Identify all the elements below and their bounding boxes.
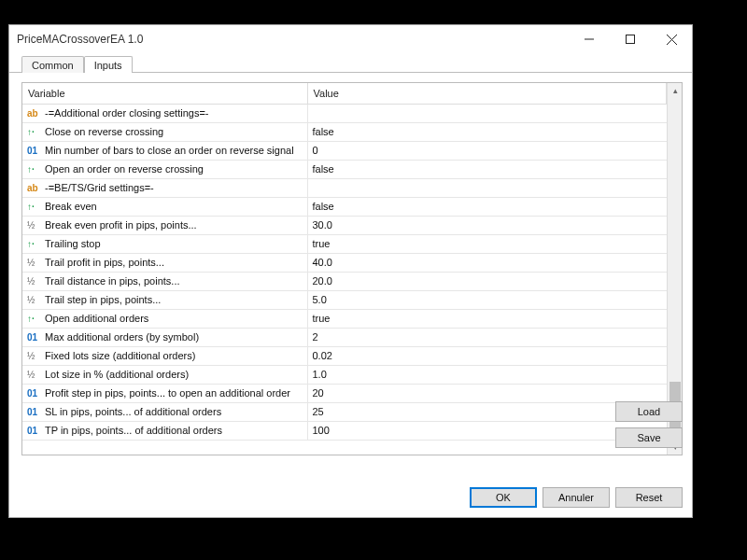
table-row[interactable]: 01SL in pips, points... of additional or… [22, 402, 667, 421]
variable-name: -=Additional order closing settings=- [45, 107, 208, 119]
frac-icon: ½ [27, 295, 40, 305]
table-row[interactable]: ab-=BE/TS/Grid settings=- [22, 178, 667, 197]
save-button[interactable]: Save [615, 427, 683, 448]
variable-cell[interactable]: ½Trail step in pips, points... [22, 290, 307, 309]
frac-icon: ½ [27, 276, 40, 287]
variable-cell[interactable]: ½Trail profit in pips, points... [22, 253, 307, 272]
col-variable[interactable]: Variable [22, 83, 307, 104]
value-cell[interactable]: true [307, 234, 667, 253]
value-cell[interactable]: true [307, 309, 667, 328]
tab-content: Variable Value ab-=Additional order clos… [9, 73, 692, 455]
table-row[interactable]: ½Lot size in % (additional orders)1.0 [22, 365, 667, 384]
frac-icon: ½ [27, 351, 40, 361]
table-row[interactable]: ↑∙Trailing stoptrue [22, 234, 667, 253]
variable-cell[interactable]: ↑∙Open additional orders [22, 309, 307, 328]
variable-cell[interactable]: ↑∙Break even [22, 197, 307, 216]
value-cell[interactable]: 1.0 [307, 365, 667, 384]
parameters-grid[interactable]: Variable Value ab-=Additional order clos… [22, 83, 667, 455]
value-cell[interactable]: 20 [307, 384, 667, 402]
table-row[interactable]: ↑∙Break evenfalse [22, 197, 667, 216]
value-cell[interactable]: 2 [307, 328, 667, 346]
value-cell[interactable]: 5.0 [307, 290, 667, 309]
tab-strip: Common Inputs [9, 53, 692, 73]
value-cell[interactable]: false [307, 160, 667, 178]
value-cell[interactable]: 40.0 [307, 253, 667, 272]
value-cell[interactable]: false [307, 197, 667, 216]
variable-cell[interactable]: ↑∙Open an order on reverse crossing [22, 160, 307, 178]
table-row[interactable]: 01TP in pips, points... of additional or… [22, 421, 667, 440]
variable-name: Min number of bars to close an order on … [45, 145, 294, 156]
variable-cell[interactable]: 01Min number of bars to close an order o… [22, 141, 307, 160]
variable-name: Close on reverse crossing [45, 126, 163, 137]
variable-cell[interactable]: ↑∙Close on reverse crossing [22, 122, 307, 141]
col-value[interactable]: Value [307, 83, 667, 104]
tab-inputs[interactable]: Inputs [84, 56, 133, 73]
value-cell[interactable]: 0.02 [307, 346, 667, 365]
ok-button[interactable]: OK [470, 487, 537, 508]
variable-name: Fixed lots size (additional orders) [45, 350, 195, 361]
table-row[interactable]: 01Profit step in pips, points... to open… [22, 384, 667, 402]
reset-button[interactable]: Reset [615, 487, 683, 508]
value-cell[interactable] [307, 178, 667, 197]
value-cell[interactable] [307, 104, 667, 122]
tab-common[interactable]: Common [21, 56, 84, 73]
side-button-group: Load Save [615, 401, 683, 448]
table-row[interactable]: ½Trail step in pips, points...5.0 [22, 290, 667, 309]
table-row[interactable]: ½Trail distance in pips, points...20.0 [22, 272, 667, 290]
variable-cell[interactable]: ab-=Additional order closing settings=- [22, 104, 307, 122]
variable-name: Trail step in pips, points... [45, 294, 161, 305]
variable-name: Profit step in pips, points... to open a… [45, 387, 290, 399]
variable-name: -=BE/TS/Grid settings=- [45, 182, 154, 193]
table-row[interactable]: ½Break even profit in pips, points...30.… [22, 216, 667, 234]
value-cell[interactable]: 25 [307, 402, 667, 421]
variable-cell[interactable]: 01Max additional orders (by symbol) [22, 328, 307, 346]
maximize-button[interactable] [610, 25, 651, 53]
variable-name: SL in pips, points... of additional orde… [45, 406, 221, 417]
value-cell[interactable]: 100 [307, 421, 667, 440]
table-row[interactable]: 01Max additional orders (by symbol)2 [22, 328, 667, 346]
value-cell[interactable]: 30.0 [307, 216, 667, 234]
variable-name: Open an order on reverse crossing [45, 163, 204, 175]
variable-name: Max additional orders (by symbol) [45, 331, 199, 343]
variable-cell[interactable]: 01SL in pips, points... of additional or… [22, 402, 307, 421]
variable-name: Break even profit in pips, points... [45, 219, 197, 231]
minimize-button[interactable] [569, 25, 610, 53]
bottom-button-group: OK Annuler Reset [470, 487, 683, 508]
dialog-window: PriceMACrossoverEA 1.0 Common Inputs Var… [8, 24, 693, 518]
int-icon: 01 [27, 407, 40, 417]
bool-icon: ↑∙ [27, 239, 40, 249]
value-cell[interactable]: false [307, 122, 667, 141]
titlebar: PriceMACrossoverEA 1.0 [9, 25, 692, 53]
variable-cell[interactable]: 01TP in pips, points... of additional or… [22, 421, 307, 440]
value-cell[interactable]: 20.0 [307, 272, 667, 290]
variable-name: Trail profit in pips, points... [45, 257, 164, 268]
variable-name: Trail distance in pips, points... [45, 275, 180, 287]
variable-name: Trailing stop [45, 238, 101, 249]
parameters-table-frame: Variable Value ab-=Additional order clos… [21, 82, 683, 455]
vertical-scrollbar[interactable]: ▴ ▾ [667, 83, 682, 455]
table-row[interactable]: ↑∙Open an order on reverse crossingfalse [22, 160, 667, 178]
close-button[interactable] [651, 25, 692, 53]
value-cell[interactable]: 0 [307, 141, 667, 160]
table-row[interactable]: ½Fixed lots size (additional orders)0.02 [22, 346, 667, 365]
table-row[interactable]: 01Min number of bars to close an order o… [22, 141, 667, 160]
svg-rect-1 [627, 35, 635, 44]
cancel-button[interactable]: Annuler [543, 487, 610, 508]
ab-icon: ab [27, 108, 40, 119]
table-row[interactable]: ↑∙Close on reverse crossingfalse [22, 122, 667, 141]
variable-cell[interactable]: ab-=BE/TS/Grid settings=- [22, 178, 307, 197]
variable-cell[interactable]: ↑∙Trailing stop [22, 234, 307, 253]
variable-cell[interactable]: ½Fixed lots size (additional orders) [22, 346, 307, 365]
table-row[interactable]: ½Trail profit in pips, points...40.0 [22, 253, 667, 272]
table-row[interactable]: ↑∙Open additional orderstrue [22, 309, 667, 328]
variable-name: Lot size in % (additional orders) [45, 369, 189, 380]
int-icon: 01 [27, 388, 40, 399]
variable-cell[interactable]: ½Trail distance in pips, points... [22, 272, 307, 290]
table-row[interactable]: ab-=Additional order closing settings=- [22, 104, 667, 122]
variable-cell[interactable]: 01Profit step in pips, points... to open… [22, 384, 307, 402]
variable-cell[interactable]: ½Break even profit in pips, points... [22, 216, 307, 234]
int-icon: 01 [27, 426, 40, 436]
load-button[interactable]: Load [615, 401, 683, 422]
scroll-up-icon[interactable]: ▴ [668, 83, 683, 98]
variable-cell[interactable]: ½Lot size in % (additional orders) [22, 365, 307, 384]
